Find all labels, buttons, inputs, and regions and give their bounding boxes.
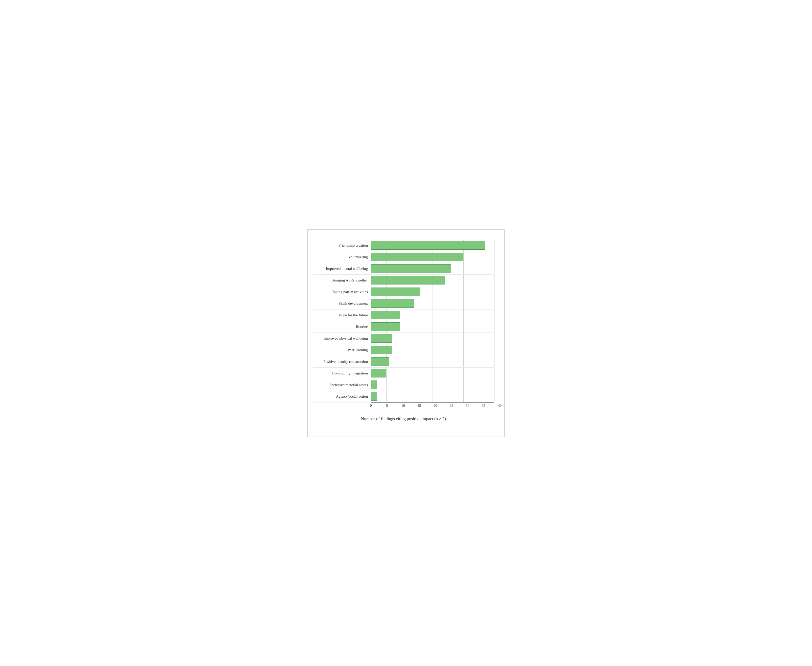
grid-line (463, 333, 464, 344)
grid-line (463, 275, 464, 286)
bar-label: Improved physical wellbeing (313, 336, 371, 341)
grid-line (386, 368, 387, 379)
bar-fill (371, 311, 400, 319)
grid-line (494, 251, 494, 263)
bar-track (371, 298, 494, 309)
grid-line (479, 251, 479, 263)
grid-line (463, 356, 464, 368)
x-tick: 40 (498, 404, 501, 408)
grid-line (494, 345, 494, 356)
grid-line (463, 298, 464, 309)
bar-track (371, 321, 494, 333)
grid-line (479, 345, 479, 356)
x-tick: 25 (450, 404, 453, 408)
grid-line (417, 298, 417, 309)
bar-track (371, 275, 494, 286)
bar-row: Positive identity construction (313, 356, 494, 368)
x-tick: 35 (482, 404, 485, 408)
bar-track (371, 391, 494, 402)
grid-line (417, 310, 417, 321)
bar-fill (371, 381, 377, 389)
bar-track (371, 345, 494, 356)
bar-label: Peer learning (313, 348, 371, 352)
bar-label: Skills development (313, 301, 371, 306)
x-tick: 10 (402, 404, 405, 408)
x-tick: 20 (433, 404, 437, 408)
grid-line (494, 356, 494, 368)
grid-line (463, 321, 464, 333)
bar-label: Increased material assets (313, 382, 371, 387)
x-axis-label: Number of findings citing positive impac… (313, 416, 494, 422)
bar-label: Agency/social action (313, 394, 371, 399)
grid-line (463, 310, 464, 321)
bar-row: Friendship creation (313, 240, 494, 251)
grid-line (494, 298, 494, 309)
grid-line (463, 286, 464, 298)
grid-line (463, 251, 464, 263)
grid-line (494, 275, 494, 286)
grid-line (463, 391, 464, 402)
grid-line (402, 356, 402, 368)
bar-row: Bringing ASRs together (313, 275, 494, 286)
bar-row: Improved physical wellbeing (313, 333, 494, 345)
grid-line (386, 391, 387, 402)
bar-track (371, 240, 494, 251)
grid-line (494, 240, 494, 251)
bar-label: Routine (313, 325, 371, 329)
bar-label: Taking part in activities (313, 290, 371, 294)
grid-line (417, 345, 417, 356)
grid-line (479, 321, 479, 333)
chart-area: Friendship creationVolunteeringImproved … (313, 240, 494, 402)
bar-fill (371, 369, 386, 378)
grid-line (494, 263, 494, 274)
grid-line (479, 263, 479, 274)
bar-label: Improved mental wellbeing (313, 266, 371, 271)
bar-row: Agency/social action (313, 391, 494, 402)
grid-line (494, 379, 494, 391)
bar-track (371, 263, 494, 274)
bar-row: Improved mental wellbeing (313, 263, 494, 275)
grid-line (494, 333, 494, 344)
grid-line (479, 310, 479, 321)
bar-row: Community integration (313, 368, 494, 379)
bar-row: Taking part in activities (313, 286, 494, 298)
grid-line (417, 356, 417, 368)
grid-line (463, 379, 464, 391)
bar-row: Hope for the future (313, 310, 494, 321)
grid-line (494, 310, 494, 321)
grid-line (463, 368, 464, 379)
bar-track (371, 251, 494, 263)
grid-line (479, 333, 479, 344)
bar-fill (371, 299, 414, 308)
bar-label: Positive identity construction (313, 359, 371, 364)
bar-label: Friendship creation (313, 243, 371, 247)
grid-line (402, 333, 402, 344)
bar-fill (371, 253, 463, 261)
bar-fill (371, 334, 392, 343)
grid-line (402, 391, 402, 402)
chart-container: Friendship creationVolunteeringImproved … (308, 229, 504, 437)
grid-line (494, 321, 494, 333)
bar-row: Skills development (313, 298, 494, 310)
grid-line (402, 321, 402, 333)
x-tick: 30 (466, 404, 470, 408)
bar-label: Hope for the future (313, 313, 371, 317)
bar-row: Peer learning (313, 345, 494, 356)
grid-line (479, 379, 479, 391)
bar-fill (371, 392, 377, 401)
grid-line (494, 391, 494, 402)
grid-line (463, 263, 464, 274)
grid-line (479, 368, 479, 379)
grid-line (417, 333, 417, 344)
bar-label: Community integration (313, 371, 371, 376)
grid-line (417, 379, 417, 391)
x-axis: 0510152025303540 (371, 403, 500, 409)
bar-fill (371, 346, 392, 354)
grid-line (417, 391, 417, 402)
bar-label: Bringing ASRs together (313, 278, 371, 282)
x-tick: 0 (370, 404, 372, 408)
bar-track (371, 333, 494, 344)
bar-fill (371, 322, 400, 331)
grid-line (494, 286, 494, 298)
bar-row: Increased material assets (313, 379, 494, 391)
